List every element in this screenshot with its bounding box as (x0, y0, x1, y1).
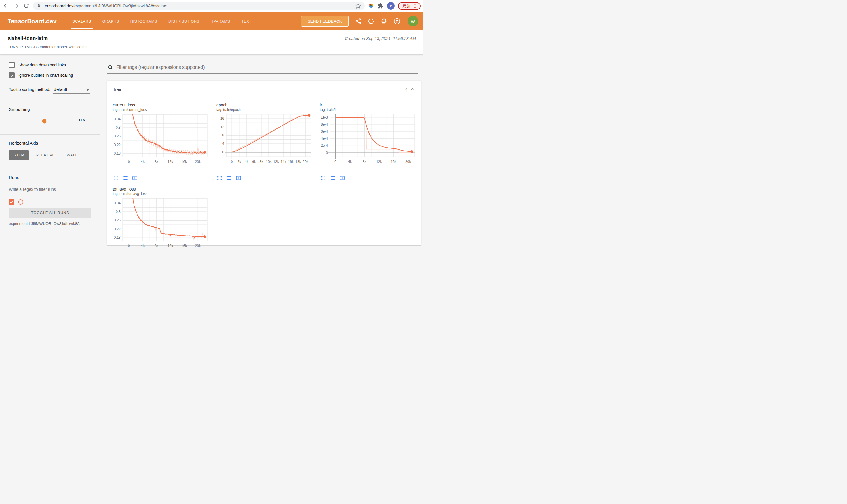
experiment-info-bar: aishell-tdnn-lstm TDNN-LSTM CTC model fo… (0, 30, 424, 54)
svg-text:2e-4: 2e-4 (321, 144, 328, 148)
collapse-chevron-icon[interactable] (409, 86, 415, 92)
svg-text:0.22: 0.22 (114, 227, 121, 231)
haxis-step-button[interactable]: STEP (9, 150, 29, 160)
toggle-all-runs-button[interactable]: TOGGLE ALL RUNS (9, 208, 91, 218)
chrome-update-button[interactable]: 更新 (398, 2, 420, 10)
svg-text:8: 8 (222, 133, 224, 137)
svg-text:0: 0 (334, 160, 336, 164)
browser-profile-avatar[interactable]: k (387, 2, 395, 10)
fit-domain-icon[interactable] (339, 175, 345, 181)
tab-scalars[interactable]: SCALARS (72, 12, 91, 30)
experiment-description: TDNN-LSTM CTC model for aishell with ice… (8, 45, 86, 49)
extensions-puzzle-icon[interactable] (378, 3, 383, 9)
svg-text:2k: 2k (237, 160, 241, 164)
svg-text:16k: 16k (391, 160, 397, 164)
svg-text:0: 0 (128, 160, 130, 164)
svg-text:0.18: 0.18 (114, 236, 121, 240)
tag-group-card: train 4 current_losstag: train/current_l… (107, 80, 421, 245)
show-download-links-checkbox[interactable] (9, 62, 15, 68)
share-icon[interactable] (355, 18, 362, 25)
chart-tot_avg_loss: tot_avg_losstag: train/tot_avg_loss04k8k… (109, 185, 212, 252)
charts-grid: current_losstag: train/current_loss04k8k… (107, 97, 421, 252)
svg-text:0.34: 0.34 (114, 117, 121, 121)
svg-text:0.3: 0.3 (116, 210, 121, 214)
tab-histograms[interactable]: HISTOGRAMS (131, 12, 157, 30)
show-download-links-row[interactable]: Show data download links (9, 62, 91, 68)
refresh-data-icon[interactable] (367, 18, 375, 25)
ignore-outliers-checkbox[interactable] (9, 72, 15, 78)
extension-bowl-icon[interactable] (368, 3, 374, 9)
chart-plot-epoch[interactable]: 02k4k6k8k10k12k14k16k18k20k0481216 (212, 112, 313, 174)
tooltip-sorting-select[interactable]: default (53, 87, 90, 93)
chart-title: tot_avg_loss (113, 187, 212, 192)
fit-domain-icon[interactable] (236, 175, 241, 181)
dropdown-caret-icon (86, 89, 89, 91)
expand-chart-icon[interactable] (321, 175, 326, 181)
svg-text:8k: 8k (363, 160, 367, 164)
svg-text:16k: 16k (288, 160, 294, 164)
svg-text:0.34: 0.34 (114, 201, 121, 205)
expand-chart-icon[interactable] (217, 175, 223, 181)
back-icon[interactable] (3, 3, 10, 9)
forward-icon[interactable] (13, 3, 19, 9)
expand-chart-icon[interactable] (113, 175, 119, 181)
svg-text:1e-3: 1e-3 (321, 115, 328, 120)
svg-text:0: 0 (231, 160, 233, 164)
log-scale-icon[interactable] (330, 175, 335, 181)
svg-text:4k: 4k (141, 160, 145, 164)
tag-group-header[interactable]: train 4 (107, 80, 421, 97)
browser-menu-icon[interactable] (413, 3, 417, 8)
svg-text:4k: 4k (348, 160, 352, 164)
smoothing-slider[interactable] (9, 121, 68, 122)
send-feedback-button[interactable]: SEND FEEDBACK (301, 16, 349, 27)
svg-text:20k: 20k (195, 160, 201, 164)
svg-text:10k: 10k (266, 160, 272, 164)
svg-text:14k: 14k (280, 160, 287, 164)
ignore-outliers-row[interactable]: Ignore outliers in chart scaling (9, 72, 91, 78)
bookmark-star-icon[interactable] (355, 3, 361, 9)
log-scale-icon[interactable] (226, 175, 232, 181)
chart-actions (321, 175, 419, 181)
tag-group-name: train (114, 87, 122, 92)
tab-text[interactable]: TEXT (241, 12, 252, 30)
chart-plot-current_loss[interactable]: 04k8k12k16k20k0.180.220.260.30.34 (109, 112, 210, 174)
svg-text:?: ? (396, 19, 398, 23)
svg-text:4k: 4k (141, 244, 145, 248)
tooltip-sorting-label: Tooltip sorting method: (9, 87, 50, 92)
url-host: tensorboard.dev (44, 3, 73, 8)
url-path: /experiment/LJI9MWUORLOw3jkdhxwk8A/#scal… (73, 3, 167, 8)
chart-title: lr (320, 103, 419, 107)
chart-plot-tot_avg_loss[interactable]: 04k8k12k16k20k0.180.220.260.30.34 (109, 196, 210, 252)
chart-plot-lr[interactable]: 04k8k12k16k20k02e-44e-46e-48e-41e-3 (316, 112, 417, 174)
smoothing-slider-thumb[interactable] (42, 119, 47, 123)
settings-gear-icon[interactable] (381, 18, 387, 25)
chart-epoch: epochtag: train/epoch02k4k6k8k10k12k14k1… (212, 101, 316, 183)
svg-text:0.22: 0.22 (114, 143, 121, 147)
svg-text:0.18: 0.18 (114, 151, 121, 156)
run-color-swatch[interactable] (18, 199, 23, 205)
chart-actions (113, 175, 212, 181)
svg-text:8k: 8k (155, 160, 159, 164)
run-checkbox[interactable] (9, 199, 14, 205)
tab-graphs[interactable]: GRAPHS (102, 12, 119, 30)
fit-domain-icon[interactable] (132, 175, 138, 181)
haxis-relative-button[interactable]: RELATIVE (31, 150, 60, 160)
runs-filter-input[interactable]: Write a regex to filter runs (9, 185, 91, 194)
user-avatar[interactable]: W (408, 16, 418, 26)
runs-label: Runs (9, 175, 91, 180)
haxis-wall-button[interactable]: WALL (62, 150, 82, 160)
app-header: TensorBoard.dev SCALARSGRAPHSHISTOGRAMSD… (0, 12, 424, 30)
svg-text:0.26: 0.26 (114, 218, 121, 222)
reload-icon[interactable] (23, 3, 30, 9)
smoothing-value[interactable]: 0.6 (73, 118, 91, 124)
address-bar[interactable]: tensorboard.dev/experiment/LJI9MWUORLOw3… (33, 2, 365, 10)
tab-hparams[interactable]: HPARAMS (211, 12, 230, 30)
app-brand: TensorBoard.dev (8, 18, 56, 25)
svg-text:20k: 20k (195, 244, 201, 248)
filter-tags-input[interactable]: Filter tags (regular expressions support… (116, 65, 417, 70)
tab-distributions[interactable]: DISTRIBUTIONS (168, 12, 200, 30)
log-scale-icon[interactable] (123, 175, 128, 181)
svg-text:20k: 20k (303, 160, 309, 164)
experiment-name: aishell-tdnn-lstm (8, 35, 86, 41)
help-icon[interactable]: ? (394, 18, 400, 25)
